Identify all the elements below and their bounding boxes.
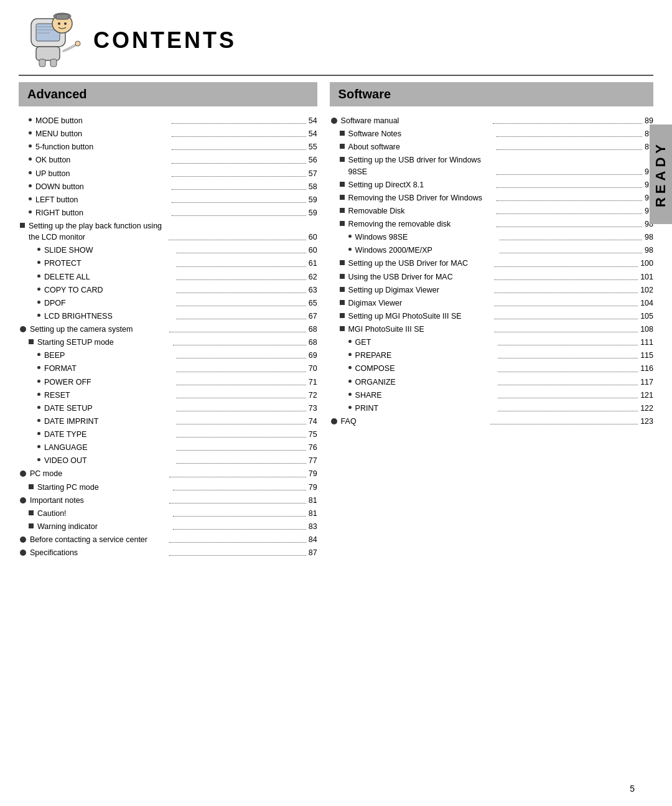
toc-dots (176, 463, 306, 464)
toc-page: 87 (309, 547, 317, 558)
toc-dots (169, 542, 306, 543)
toc-page: 70 (309, 363, 317, 374)
toc-page: 71 (309, 377, 317, 388)
list-item: RESET72 (19, 390, 317, 401)
dot-bullet (348, 235, 352, 238)
dot-bullet (29, 210, 32, 213)
square-bullet (20, 223, 25, 228)
toc-text: POWER OFF (44, 377, 174, 388)
dot-bullet (37, 393, 40, 396)
list-item: RIGHT button59 (19, 207, 317, 218)
toc-dots (494, 319, 638, 319)
toc-text: Setting up DirectX 8.1 (348, 179, 494, 190)
toc-page: 102 (640, 284, 653, 296)
list-item: UP button57 (19, 168, 317, 179)
toc-text: VIDEO OUT (44, 455, 174, 466)
list-item: Warning indicator83 (19, 521, 317, 532)
toc-text: DATE TYPE (44, 429, 174, 440)
toc-text: Setting up the USB Driver for MAC (348, 258, 492, 269)
dot-bullet (348, 366, 352, 369)
toc-text: FAQ (341, 416, 488, 427)
list-item: PC mode79 (19, 468, 317, 479)
advanced-header: Advanced (19, 82, 317, 106)
dot-bullet (37, 419, 40, 422)
circle-bullet (331, 118, 337, 124)
list-item: Specifications87 (19, 547, 317, 558)
circle-bullet (331, 418, 337, 424)
dot-bullet (29, 184, 32, 187)
toc-page: 58 (309, 181, 317, 192)
toc-page: 98 (645, 245, 653, 256)
toc-page: 123 (640, 416, 653, 427)
toc-page: 81 (309, 495, 317, 506)
list-item: DPOF65 (19, 298, 317, 309)
toc-dots (176, 266, 306, 267)
toc-dots (493, 123, 642, 124)
toc-page: 60 (309, 232, 317, 243)
toc-text: COMPOSE (355, 363, 495, 374)
dot-bullet (37, 274, 40, 278)
dot-bullet (37, 432, 40, 435)
list-item: FORMAT70 (19, 363, 317, 374)
svg-rect-5 (36, 47, 60, 60)
dot-bullet (37, 301, 40, 304)
toc-page: 104 (640, 298, 653, 309)
toc-text: FORMAT (44, 363, 174, 374)
toc-text: PROTECT (44, 258, 174, 269)
toc-dots (169, 332, 306, 332)
list-item: Software Notes89 (330, 128, 653, 139)
dot-bullet (29, 171, 32, 174)
toc-dots (173, 529, 306, 530)
square-bullet (29, 339, 34, 344)
list-item: PROTECT61 (19, 258, 317, 269)
toc-text: SHARE (355, 390, 495, 401)
toc-text: PRINT (355, 403, 495, 414)
toc-dots (176, 293, 306, 293)
toc-text: Starting SETUP mode (37, 337, 170, 348)
toc-dots (490, 424, 638, 424)
dot-bullet (37, 248, 40, 251)
list-item: Setting up the play back function using … (19, 220, 317, 243)
toc-page: 76 (309, 442, 317, 453)
list-item: Setting up the USB Driver for MAC100 (330, 258, 653, 269)
toc-text: Setting up the camera system (30, 324, 167, 335)
toc-page: 59 (309, 207, 317, 218)
toc-page: 74 (309, 416, 317, 427)
toc-dots (500, 253, 642, 253)
list-item: Windows 2000/ME/XP98 (330, 245, 653, 256)
circle-bullet (20, 537, 26, 543)
list-item: COMPOSE116 (330, 363, 653, 374)
dot-bullet (37, 261, 40, 264)
toc-page: 121 (640, 390, 653, 401)
toc-dots (176, 279, 306, 280)
circle-bullet (20, 326, 26, 332)
toc-text: Removing the removable disk (348, 218, 494, 230)
toc-dots (176, 319, 306, 319)
dot-bullet (348, 248, 352, 251)
toc-text: OK button (35, 154, 169, 166)
toc-page: 59 (309, 194, 317, 205)
circle-bullet (20, 497, 26, 504)
square-bullet (340, 287, 345, 292)
ready-tab: READY (650, 124, 672, 224)
toc-text: Important notes (30, 495, 167, 506)
toc-dots (497, 213, 642, 214)
toc-text: Warning indicator (37, 521, 170, 532)
toc-text: Specifications (30, 547, 167, 558)
dot-bullet (37, 445, 40, 448)
list-item: Digimax Viewer104 (330, 298, 653, 309)
toc-dots (172, 149, 306, 150)
toc-text: ORGANIZE (355, 377, 495, 388)
circle-bullet (20, 471, 26, 477)
list-item: LANGUAGE76 (19, 442, 317, 453)
toc-text: DATE SETUP (44, 403, 174, 414)
toc-dots (497, 200, 642, 201)
toc-dots (173, 516, 306, 517)
list-item: Setting up MGI PhotoSuite III SE105 (330, 311, 653, 322)
toc-page: 75 (309, 429, 317, 440)
toc-page: 108 (640, 324, 653, 335)
dot-bullet (348, 353, 352, 356)
dot-bullet (29, 157, 32, 161)
software-toc: Software manual89Software Notes89About s… (330, 115, 653, 427)
dot-bullet (37, 406, 40, 409)
